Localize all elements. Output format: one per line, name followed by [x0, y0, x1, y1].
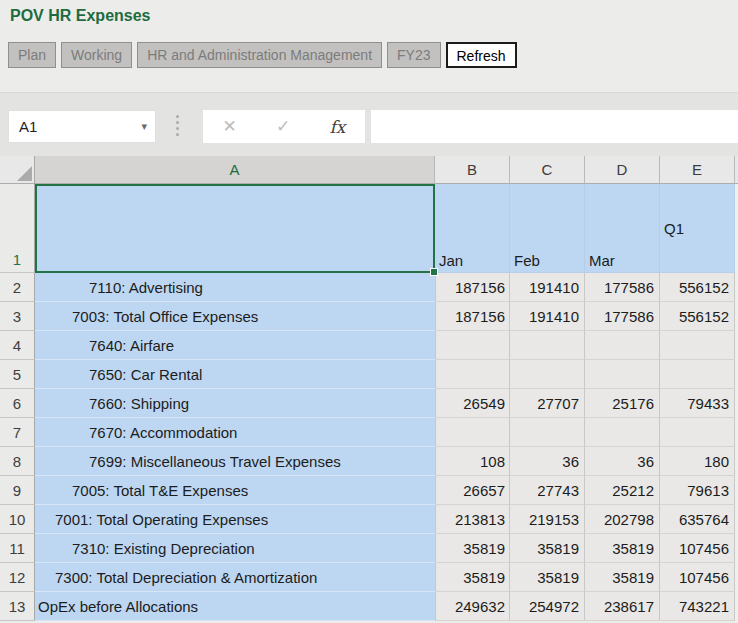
cell-C9[interactable]: 27743	[510, 476, 585, 505]
cancel-icon[interactable]: ✕	[223, 116, 237, 137]
column-header-D[interactable]: D	[585, 156, 660, 184]
cell-A10[interactable]: 7001: Total Operating Expenses	[35, 505, 435, 534]
cell-C8[interactable]: 36	[510, 447, 585, 476]
cell-B5[interactable]	[435, 360, 510, 389]
row-header-7[interactable]: 7	[0, 418, 35, 447]
cell-D7[interactable]	[585, 418, 660, 447]
cell-A12[interactable]: 7300: Total Depreciation & Amortization	[35, 563, 435, 592]
cell-A4[interactable]: 7640: Airfare	[35, 331, 435, 360]
cell-E4[interactable]	[660, 331, 735, 360]
cell-D9[interactable]: 25212	[585, 476, 660, 505]
cell-C6[interactable]: 27707	[510, 389, 585, 418]
cell-D5[interactable]	[585, 360, 660, 389]
cell-A1[interactable]	[35, 184, 435, 273]
row-header-5[interactable]: 5	[0, 360, 35, 389]
cell-D6[interactable]: 25176	[585, 389, 660, 418]
cell-B3[interactable]: 187156	[435, 302, 510, 331]
cell-E2[interactable]: 556152	[660, 273, 735, 302]
grid-row-13: 13OpEx before Allocations249632254972238…	[0, 592, 738, 621]
row-header-13[interactable]: 13	[0, 592, 35, 621]
row-header-10[interactable]: 10	[0, 505, 35, 534]
cell-E12[interactable]: 107456	[660, 563, 735, 592]
name-box[interactable]: A1 ▾	[8, 110, 156, 143]
cell-A5[interactable]: 7650: Car Rental	[35, 360, 435, 389]
plan-button[interactable]: Plan	[8, 42, 56, 68]
cell-D11[interactable]: 35819	[585, 534, 660, 563]
row-header-8[interactable]: 8	[0, 447, 35, 476]
cell-D10[interactable]: 202798	[585, 505, 660, 534]
row-header-11[interactable]: 11	[0, 534, 35, 563]
cell-C7[interactable]	[510, 418, 585, 447]
cell-B4[interactable]	[435, 331, 510, 360]
cell-B1[interactable]: Jan	[435, 184, 510, 273]
column-header-B[interactable]: B	[435, 156, 510, 184]
cell-E7[interactable]	[660, 418, 735, 447]
cell-B9[interactable]: 26657	[435, 476, 510, 505]
cell-D13[interactable]: 238617	[585, 592, 660, 621]
cell-E3[interactable]: 556152	[660, 302, 735, 331]
cell-C10[interactable]: 219153	[510, 505, 585, 534]
grid-row-10: 107001: Total Operating Expenses21381321…	[0, 505, 738, 534]
cell-B13[interactable]: 249632	[435, 592, 510, 621]
cell-A8[interactable]: 7699: Miscellaneous Travel Expenses	[35, 447, 435, 476]
row-header-2[interactable]: 2	[0, 273, 35, 302]
cell-E6[interactable]: 79433	[660, 389, 735, 418]
refresh-button[interactable]: Refresh	[446, 42, 517, 68]
row-header-6[interactable]: 6	[0, 389, 35, 418]
fy23-button[interactable]: FY23	[387, 42, 440, 68]
cell-A7[interactable]: 7670: Accommodation	[35, 418, 435, 447]
cell-E11[interactable]: 107456	[660, 534, 735, 563]
cell-B8[interactable]: 108	[435, 447, 510, 476]
cell-E5[interactable]	[660, 360, 735, 389]
row-header-9[interactable]: 9	[0, 476, 35, 505]
row-header-1[interactable]: 1	[0, 184, 35, 273]
cell-D8[interactable]: 36	[585, 447, 660, 476]
chevron-down-icon[interactable]: ▾	[141, 120, 155, 133]
cell-D3[interactable]: 177586	[585, 302, 660, 331]
cell-C5[interactable]	[510, 360, 585, 389]
cell-D12[interactable]: 35819	[585, 563, 660, 592]
cell-D2[interactable]: 177586	[585, 273, 660, 302]
cell-B11[interactable]: 35819	[435, 534, 510, 563]
enter-icon[interactable]: ✓	[276, 116, 290, 137]
cell-A3[interactable]: 7003: Total Office Expenses	[35, 302, 435, 331]
cell-D4[interactable]	[585, 331, 660, 360]
cell-A13[interactable]: OpEx before Allocations	[35, 592, 435, 621]
cell-E1[interactable]: Q1	[660, 184, 735, 273]
cell-E8[interactable]: 180	[660, 447, 735, 476]
cell-A11[interactable]: 7310: Existing Depreciation	[35, 534, 435, 563]
cell-A9[interactable]: 7005: Total T&E Expenses	[35, 476, 435, 505]
spreadsheet-grid: ABCDE 1JanFebMarQ127110: Advertising1871…	[0, 156, 738, 621]
cell-C2[interactable]: 191410	[510, 273, 585, 302]
insert-function-icon[interactable]: fx	[330, 117, 346, 137]
cell-B10[interactable]: 213813	[435, 505, 510, 534]
cell-B12[interactable]: 35819	[435, 563, 510, 592]
cell-D1[interactable]: Mar	[585, 184, 660, 273]
column-header-A[interactable]: A	[35, 156, 435, 184]
cell-B2[interactable]: 187156	[435, 273, 510, 302]
column-header-C[interactable]: C	[510, 156, 585, 184]
cell-E9[interactable]: 79613	[660, 476, 735, 505]
cell-A6[interactable]: 7660: Shipping	[35, 389, 435, 418]
cell-C4[interactable]	[510, 331, 585, 360]
column-header-E[interactable]: E	[660, 156, 735, 184]
working-button[interactable]: Working	[61, 42, 132, 68]
grid-row-11: 117310: Existing Depreciation35819358193…	[0, 534, 738, 563]
cell-C3[interactable]: 191410	[510, 302, 585, 331]
cell-B6[interactable]: 26549	[435, 389, 510, 418]
cell-C11[interactable]: 35819	[510, 534, 585, 563]
cell-E10[interactable]: 635764	[660, 505, 735, 534]
cell-C13[interactable]: 254972	[510, 592, 585, 621]
select-all-button[interactable]	[0, 156, 35, 184]
row-header-3[interactable]: 3	[0, 302, 35, 331]
cell-C12[interactable]: 35819	[510, 563, 585, 592]
cell-E13[interactable]: 743221	[660, 592, 735, 621]
cell-B7[interactable]	[435, 418, 510, 447]
cell-A2[interactable]: 7110: Advertising	[35, 273, 435, 302]
hr-and-administration-management-button[interactable]: HR and Administration Management	[137, 42, 382, 68]
grid-row-1: 1JanFebMarQ1	[0, 184, 738, 273]
row-header-12[interactable]: 12	[0, 563, 35, 592]
formula-input[interactable]	[371, 110, 738, 143]
cell-C1[interactable]: Feb	[510, 184, 585, 273]
row-header-4[interactable]: 4	[0, 331, 35, 360]
